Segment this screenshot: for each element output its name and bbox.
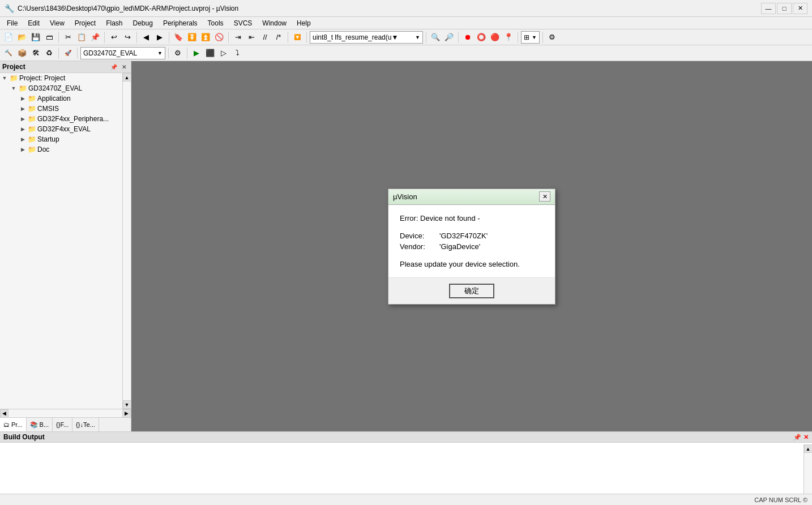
open-button[interactable]: 📂 <box>16 31 28 44</box>
toolbar-separator-9 <box>458 32 459 43</box>
redo-button[interactable]: ↪ <box>121 31 134 44</box>
device-folder-icon: 📁 <box>18 84 27 93</box>
menu-edit[interactable]: Edit <box>23 18 44 28</box>
maximize-button[interactable]: □ <box>777 3 792 14</box>
start-debug-button[interactable]: ▶ <box>190 47 203 59</box>
sidebar-scroll-right-button[interactable]: ▶ <box>122 409 131 418</box>
build-vscroll-track <box>804 453 812 497</box>
bookmark-next-button[interactable]: ⏬ <box>186 31 198 44</box>
circle-button[interactable]: ⭕ <box>475 31 488 44</box>
dialog-close-button[interactable]: ✕ <box>539 191 550 202</box>
undo-button[interactable]: ↩ <box>108 31 120 44</box>
tree-periph[interactable]: ▶ 📁 GD32F4xx_Periphera... <box>0 114 122 124</box>
unindent-button[interactable]: ⇤ <box>245 31 258 44</box>
doc-folder-icon: 📁 <box>27 145 36 154</box>
load-flash-button[interactable]: 🚀 <box>62 47 74 59</box>
minimize-button[interactable]: — <box>761 3 776 14</box>
menu-debug[interactable]: Debug <box>129 18 157 28</box>
target-dropdown[interactable]: GD32470Z_EVAL ▼ <box>80 47 165 59</box>
bookmark-prev-button[interactable]: ⏫ <box>199 31 212 44</box>
tree-cmsis[interactable]: ▶ 📁 CMSIS <box>0 104 122 114</box>
menu-help[interactable]: Help <box>292 18 315 28</box>
bookmark-clear-button[interactable]: 🚫 <box>213 31 225 44</box>
tab-books[interactable]: 📚 B... <box>27 418 53 431</box>
uncomment-button[interactable]: /* <box>272 31 285 44</box>
sidebar-scroll-left-button[interactable]: ◀ <box>0 409 8 418</box>
paste-button[interactable]: 📌 <box>89 31 101 44</box>
bookmark-button[interactable]: 🔖 <box>172 31 185 44</box>
toolbar-separator-7 <box>306 32 307 43</box>
tab-functions[interactable]: {}F... <box>53 418 72 431</box>
tree-eval[interactable]: ▶ 📁 GD32F4xx_EVAL <box>0 124 122 134</box>
sidebar-scroll-down-button[interactable]: ▼ <box>123 400 131 409</box>
load2-button[interactable]: 📦 <box>16 47 28 59</box>
build-vscroll-up-btn[interactable]: ▲ <box>804 444 813 453</box>
sidebar-header: Project 📌 ✕ <box>0 61 131 73</box>
eval-folder-icon: 📁 <box>27 125 36 134</box>
save-button[interactable]: 💾 <box>29 31 42 44</box>
menu-project[interactable]: Project <box>70 18 100 28</box>
menu-peripherals[interactable]: Peripherals <box>159 18 202 28</box>
tree-device[interactable]: ▼ 📁 GD32470Z_EVAL <box>0 83 122 93</box>
menu-window[interactable]: Window <box>258 18 291 28</box>
sidebar-scroll-htrack <box>8 409 122 417</box>
menu-view[interactable]: View <box>45 18 69 28</box>
tree-startup[interactable]: ▶ 📁 Startup <box>0 134 122 144</box>
nav-back-button[interactable]: ◀ <box>140 31 152 44</box>
menu-svcs[interactable]: SVCS <box>229 18 257 28</box>
debug1-button[interactable]: 🔎 <box>443 31 455 44</box>
run-button[interactable]: ▷ <box>217 47 230 59</box>
record-button[interactable]: ⏺ <box>461 31 474 44</box>
tab-templates[interactable]: {}↓Te... <box>72 418 99 431</box>
menu-tools[interactable]: Tools <box>203 18 228 28</box>
tab-templates-label: {}↓Te... <box>76 421 95 428</box>
cut-button[interactable]: ✂ <box>62 31 74 44</box>
toolbar-separator-5 <box>228 32 229 43</box>
application-folder-icon: 📁 <box>27 94 36 103</box>
toolbar-separator-1 <box>58 32 59 43</box>
compile-button[interactable]: 🛠 <box>29 47 42 59</box>
toolbar-separator-8 <box>426 32 426 43</box>
comment-button[interactable]: // <box>259 31 271 44</box>
tree-root[interactable]: ▼ 📁 Project: Project <box>0 73 122 83</box>
build-button[interactable]: 🔨 <box>2 47 15 59</box>
target-dropdown-arrow-icon: ▼ <box>157 50 163 56</box>
dialog-ok-button[interactable]: 确定 <box>449 284 494 298</box>
indent-button[interactable]: ⇥ <box>232 31 244 44</box>
tab-books-icon: 📚 <box>30 421 38 429</box>
options-button[interactable]: ⚙ <box>172 47 184 59</box>
copy-button[interactable]: 📋 <box>75 31 88 44</box>
stop-debug-button[interactable]: ⬛ <box>204 47 216 59</box>
settings-button[interactable]: ⚙ <box>546 31 558 44</box>
toolbar-separator-10 <box>518 32 518 43</box>
rebuild-button[interactable]: ♻ <box>43 47 55 59</box>
build-output-header: Build Output 📌 ✕ <box>0 432 812 443</box>
menu-file[interactable]: File <box>2 18 22 28</box>
tree-doc[interactable]: ▶ 📁 Doc <box>0 144 122 155</box>
dialog-footer: 确定 <box>388 277 555 304</box>
title-bar-controls: — □ ✕ <box>761 3 807 14</box>
window-close-button[interactable]: ✕ <box>793 3 807 14</box>
play-button[interactable]: 📍 <box>502 31 515 44</box>
stop-record-button[interactable]: 🔴 <box>489 31 501 44</box>
step-over-button[interactable]: ⤵ <box>231 47 243 59</box>
view-dropdown[interactable]: ⊞ ▼ <box>521 31 540 44</box>
doc-label: Doc <box>36 145 49 153</box>
function-dropdown[interactable]: uint8_t lfs_resume_read(u▼ ▼ <box>310 31 423 44</box>
eval-expander-icon: ▶ <box>18 125 27 134</box>
sidebar-scroll-up-button[interactable]: ▲ <box>123 73 131 82</box>
sidebar-close-button[interactable]: ✕ <box>119 62 129 71</box>
menu-flash[interactable]: Flash <box>101 18 127 28</box>
sidebar-vscrollbar[interactable]: ▲ ▼ <box>122 73 131 409</box>
build-output-pin-button[interactable]: 📌 <box>793 434 801 441</box>
save-all-button[interactable]: 🗃 <box>43 31 55 44</box>
nav-forward-button[interactable]: ▶ <box>153 31 166 44</box>
build-output-close-button[interactable]: ✕ <box>804 434 809 441</box>
sidebar-hscrollbar[interactable]: ◀ ▶ <box>0 409 131 417</box>
sidebar-pin-button[interactable]: 📌 <box>109 62 118 71</box>
tab-project[interactable]: 🗂 Pr... <box>0 418 27 431</box>
load-button[interactable]: 🔽 <box>291 31 304 44</box>
new-file-button[interactable]: 📄 <box>2 31 15 44</box>
tree-application[interactable]: ▶ 📁 Application <box>0 93 122 104</box>
search-button[interactable]: 🔍 <box>429 31 442 44</box>
